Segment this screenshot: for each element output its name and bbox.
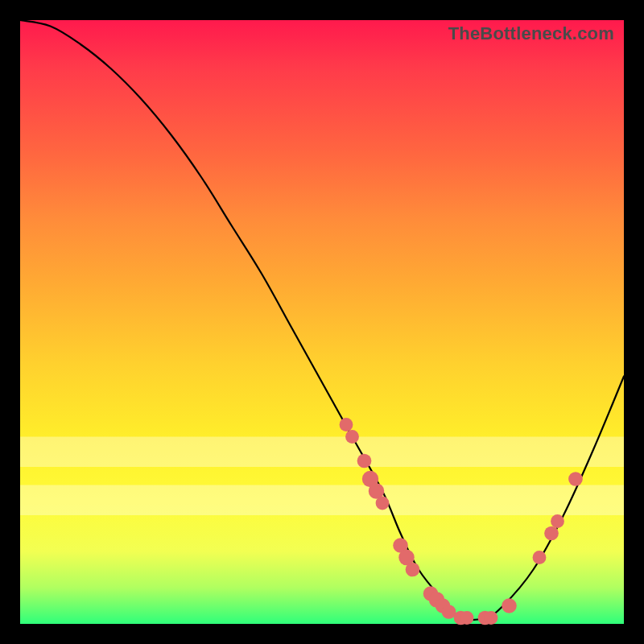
data-marker <box>406 563 420 577</box>
data-marker <box>502 598 517 613</box>
pale-band <box>20 485 624 516</box>
data-marker <box>485 611 498 625</box>
data-marker <box>357 454 372 469</box>
data-marker <box>340 418 353 431</box>
curve-layer <box>20 20 624 624</box>
data-marker <box>442 605 456 619</box>
pale-band <box>20 437 624 468</box>
bottleneck-curve-path <box>20 20 624 620</box>
data-marker <box>568 472 583 486</box>
data-marker <box>544 526 559 541</box>
pale-bands-group <box>20 437 624 516</box>
data-marker <box>533 551 547 564</box>
chart-plot-area: TheBottleneck.com <box>20 20 624 624</box>
data-marker <box>460 611 474 625</box>
data-marker <box>551 514 564 528</box>
data-marker <box>345 430 359 444</box>
data-marker <box>376 497 390 510</box>
